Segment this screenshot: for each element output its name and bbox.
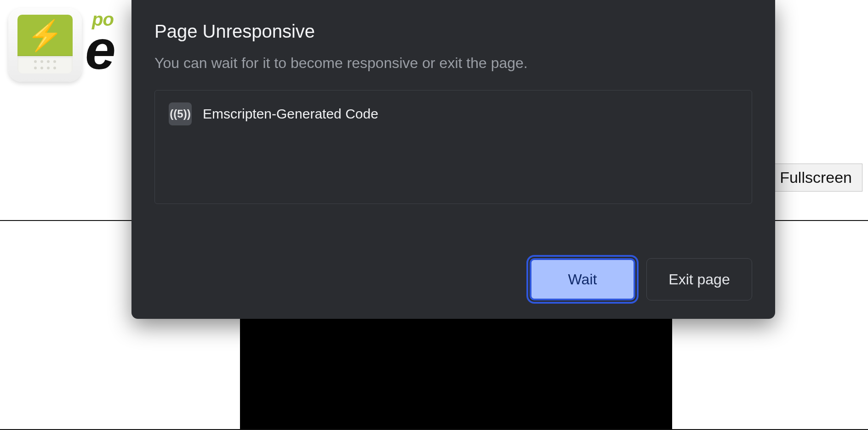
exit-page-button[interactable]: Exit page <box>646 258 752 300</box>
logo-top: ⚡ <box>17 15 73 56</box>
dialog-title: Page Unresponsive <box>154 21 752 42</box>
emscripten-logo: ⚡ <box>8 8 82 82</box>
wait-button[interactable]: Wait <box>530 258 635 300</box>
page-unresponsive-dialog: Page Unresponsive You can wait for it to… <box>131 0 775 319</box>
wordmark-large: e <box>85 22 114 77</box>
dialog-subtitle: You can wait for it to become responsive… <box>154 55 752 72</box>
favicon-text: ((5)) <box>170 108 190 120</box>
unresponsive-pages-list: ((5)) Emscripten-Generated Code <box>154 90 752 204</box>
list-item-label: Emscripten-Generated Code <box>203 106 378 122</box>
dialog-actions: Wait Exit page <box>154 240 752 300</box>
fullscreen-button[interactable]: Fullscreen <box>769 164 862 192</box>
lightning-icon: ⚡ <box>27 21 63 50</box>
logo-bottom <box>17 56 73 74</box>
favicon-icon: ((5)) <box>169 102 192 125</box>
list-item: ((5)) Emscripten-Generated Code <box>169 102 738 125</box>
